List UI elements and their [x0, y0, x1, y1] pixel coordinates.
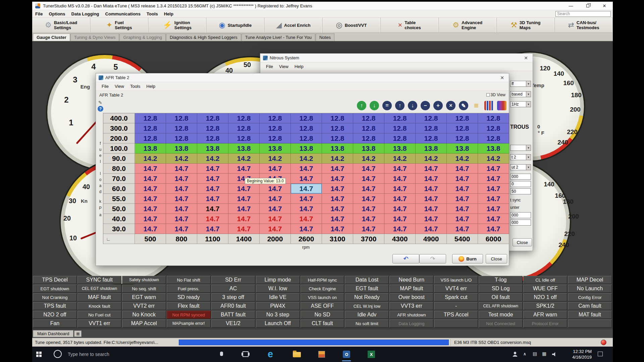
afr-cell[interactable]: 14.2 [416, 154, 447, 164]
afr-col-header-2000[interactable]: 2000 [260, 234, 291, 244]
afr-cell[interactable]: 12.8 [353, 113, 384, 123]
afr-cell[interactable]: 13.8 [384, 143, 416, 154]
afr-row-header-55-0[interactable]: 55.0 [103, 194, 135, 204]
afr-menu-file[interactable]: File [99, 84, 112, 89]
tab-tuning-dyno-views[interactable]: Tuning & Dyno Views [70, 34, 119, 41]
afr-3d-view-toggle[interactable]: 3D View [486, 93, 505, 97]
afr-cell[interactable]: 14.7 [197, 174, 228, 184]
afr-cell[interactable]: 14.7 [291, 164, 322, 174]
afr-cell[interactable]: 14.7 [478, 184, 509, 194]
afr-col-header-3100[interactable]: 3100 [322, 234, 353, 244]
excel-icon[interactable]: X [368, 351, 375, 358]
afr-cell[interactable]: 14.7 [228, 184, 260, 194]
afr-cell[interactable]: 13.8 [353, 143, 384, 154]
menu-communications[interactable]: Communications [102, 11, 144, 16]
afr-cell[interactable]: 12.8 [447, 133, 478, 143]
increment-down-icon[interactable]: ↓ [370, 101, 379, 110]
afr-cell[interactable]: 14.7 [260, 194, 291, 204]
afr-cell[interactable]: 14.7 [478, 214, 509, 224]
scale-down-icon[interactable]: ↓ [408, 101, 417, 110]
afr-cell[interactable]: 14.7 [353, 174, 384, 184]
afr-cell[interactable]: 14.7 [291, 204, 322, 214]
add-dashboard-icon[interactable]: ▦ [74, 330, 82, 337]
main-dashboard-tab[interactable]: Main Dashboard [33, 330, 73, 337]
edge-icon[interactable]: e [268, 349, 273, 360]
afr-cell[interactable]: 14.7 [353, 184, 384, 194]
afr-cell[interactable]: 14.7 [166, 184, 197, 194]
task-view-icon[interactable] [243, 351, 249, 357]
afr-cell[interactable]: 14.7 [135, 214, 166, 224]
afr-menu-tools[interactable]: Tools [127, 84, 143, 89]
afr-cell[interactable]: 14.7 [478, 224, 509, 234]
log-viewer-icon[interactable] [318, 351, 325, 358]
toolbar-startup-idle[interactable]: ◉Startup/Idle [206, 18, 264, 33]
afr-cell[interactable]: 13.8 [478, 143, 509, 154]
taskbar-clock[interactable]: 12:32 PM 4/16/2019 [562, 349, 592, 360]
afr-dialog-titlebar[interactable]: AFR Table 2 ✕ [96, 73, 509, 82]
start-button[interactable] [36, 352, 42, 357]
afr-cell[interactable]: 14.7 [478, 194, 509, 204]
afr-cell[interactable]: 12.8 [416, 123, 447, 133]
afr-cell[interactable]: 14.7 [197, 224, 228, 234]
afr-cell[interactable]: 14.7 [135, 164, 166, 174]
afr-col-header-1100[interactable]: 1100 [197, 234, 228, 244]
afr-cell[interactable]: 12.8 [416, 113, 447, 123]
afr-row-header-400-0[interactable]: 400.0 [103, 113, 135, 123]
afr-3d-view-checkbox[interactable] [486, 93, 490, 97]
menu-options[interactable]: Options [46, 11, 68, 16]
afr-cell[interactable]: 13.8 [228, 143, 260, 154]
afr-cell[interactable]: 14.2 [322, 154, 353, 164]
afr-cell[interactable]: 14.7 [135, 194, 166, 204]
afr-cell[interactable]: 14.7 [228, 224, 260, 234]
microphone-icon[interactable] [220, 352, 223, 356]
help-icon[interactable]: ? [98, 106, 103, 112]
tab-tune-analyze-live-tune-for-you[interactable]: Tune Analyze Live! - Tune For You [241, 34, 315, 41]
afr-cell[interactable]: 12.8 [228, 113, 260, 123]
menu-file[interactable]: File [32, 11, 46, 16]
afr-cell[interactable]: 14.7 [166, 214, 197, 224]
afr-close-button[interactable]: Close [486, 254, 507, 263]
afr-row-header-300-0[interactable]: 300.0 [103, 123, 135, 133]
afr-cell[interactable]: 14.7 [384, 194, 416, 204]
afr-cell[interactable]: 12.8 [322, 123, 353, 133]
afr-cell[interactable]: 14.7 [228, 204, 260, 214]
afr-cell[interactable]: 14.7 [135, 174, 166, 184]
afr-cell[interactable]: 14.7 [260, 224, 291, 234]
afr-cell[interactable]: 14.7 [353, 194, 384, 204]
afr-cell[interactable]: 14.7 [197, 184, 228, 194]
set-equal-icon[interactable]: = [382, 101, 392, 110]
afr-cell[interactable]: 14.7 [260, 164, 291, 174]
afr-cell[interactable]: 14.7 [166, 224, 197, 234]
edit-cell-icon[interactable]: ✎ [459, 101, 468, 110]
afr-cell[interactable]: 12.8 [478, 113, 509, 123]
toolbar-3d-tuning-maps[interactable]: ⚒3D TuningMaps [497, 18, 555, 33]
afr-cell[interactable]: 12.8 [260, 133, 291, 143]
menu-data-logging[interactable]: Data Logging [68, 11, 102, 16]
afr-cell[interactable]: 13.8 [135, 143, 166, 154]
people-icon[interactable] [513, 352, 518, 357]
tray-chevron-icon[interactable]: ∧ [523, 352, 526, 356]
afr-cell[interactable]: 12.8 [416, 133, 447, 143]
nitrous-menu-help[interactable]: Help [291, 64, 307, 69]
color-scale-icon[interactable] [497, 101, 506, 110]
afr-cell[interactable]: 12.8 [447, 123, 478, 133]
afr-col-header-500[interactable]: 500 [135, 234, 166, 244]
toolbar-basic-load-settings[interactable]: ⚙Basic/LoadSettings [32, 18, 90, 33]
afr-cell[interactable]: 12.8 [353, 123, 384, 133]
afr-col-header-800[interactable]: 800 [166, 234, 197, 244]
afr-cell[interactable]: 14.7 [228, 214, 260, 224]
menu-tools[interactable]: Tools [144, 11, 161, 16]
nitrous-close-icon[interactable]: ✕ [519, 55, 533, 61]
afr-cell[interactable]: 14.7 [197, 164, 228, 174]
multiply-icon[interactable]: × [446, 101, 455, 110]
afr-cell[interactable]: 14.7 [135, 204, 166, 214]
afr-cell[interactable]: 14.7 [416, 204, 447, 214]
network-tray-icon[interactable]: ▦ [542, 351, 546, 356]
nitrous-fragment-14[interactable]: 000 [510, 220, 531, 226]
nitrous-fragment-10[interactable]: 50 [510, 188, 531, 194]
afr-cell[interactable]: 14.2 [353, 154, 384, 164]
afr-cell[interactable]: 14.2 [291, 154, 322, 164]
afr-cell[interactable]: 12.8 [135, 133, 166, 143]
cortana-icon[interactable] [54, 350, 62, 358]
afr-cell[interactable]: 14.2 [166, 154, 197, 164]
